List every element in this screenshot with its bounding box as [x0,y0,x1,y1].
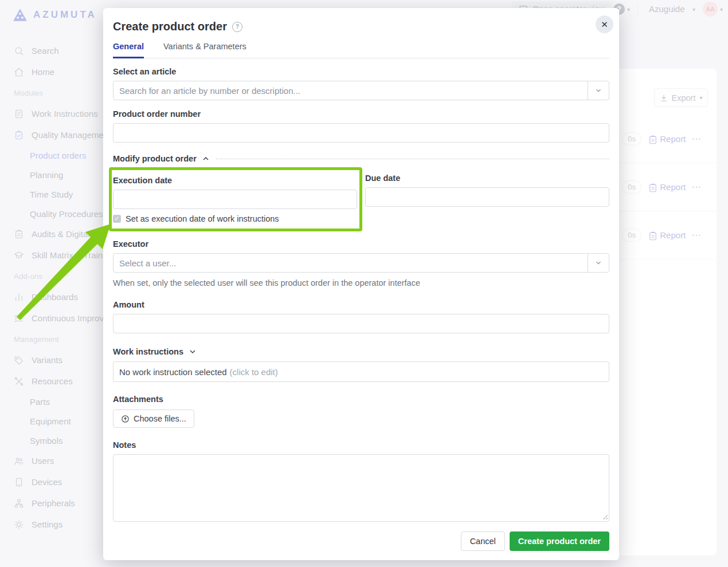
work-instructions-box[interactable]: No work instruction selected (click to e… [113,361,609,382]
attachments-label: Attachments [113,395,609,404]
article-placeholder: Search for an article by number or descr… [113,86,588,96]
execution-checkbox-label: Set as execution date of work instructio… [126,214,279,223]
notes-textarea[interactable] [113,454,609,522]
amount-label: Amount [113,300,609,309]
execution-checkbox-row: ✓ Set as execution date of work instruct… [113,214,357,223]
due-date-label: Due date [365,174,609,183]
execution-date-input[interactable] [113,190,357,209]
choose-files-label: Choose files... [134,414,186,423]
article-label: Select an article [113,67,609,76]
date-row: Execution date ✓ Set as execution date o… [113,167,609,231]
work-instructions-selected-text: No work instruction selected [119,367,227,377]
work-instructions-label: Work instructions [113,347,183,356]
modify-section-header[interactable]: Modify product order [113,154,609,163]
modal-header: Create product order ? [103,8,619,33]
upload-icon [121,415,130,423]
modal-body: Select an article Search for an article … [103,58,619,531]
work-instructions-header[interactable]: Work instructions [113,347,609,356]
create-product-order-button[interactable]: Create product order [510,531,609,551]
cancel-button[interactable]: Cancel [461,531,505,551]
due-date-column: Due date [365,167,609,207]
section-dotted-divider [216,159,609,159]
chevron-down-icon[interactable] [588,254,609,272]
tab-variants-parameters[interactable]: Variants & Parameters [163,42,246,58]
modal-tabs: General Variants & Parameters [113,42,609,58]
notes-label: Notes [113,440,609,450]
close-icon[interactable]: ✕ [596,15,613,33]
choose-files-button[interactable]: Choose files... [113,410,194,428]
executor-label: Executor [113,239,609,249]
executor-helper-text: When set, only the selected user will se… [113,278,609,288]
order-number-label: Product order number [113,109,609,119]
work-instructions-hint: (click to edit) [230,367,278,377]
title-help-icon[interactable]: ? [232,22,242,32]
chevron-up-icon [201,154,210,163]
chevron-down-icon[interactable] [588,81,609,100]
order-number-input[interactable] [113,123,609,143]
execution-checkbox[interactable]: ✓ [113,215,121,223]
article-select[interactable]: Search for an article by number or descr… [113,81,609,100]
modal-footer: Cancel Create product order [103,531,619,560]
tab-general[interactable]: General [113,42,144,58]
execution-date-label: Execution date [113,176,357,185]
highlight-box: Execution date ✓ Set as execution date o… [109,167,362,231]
chevron-down-icon [188,347,197,356]
modal-title: Create product order [113,20,227,33]
modify-section-label: Modify product order [113,154,197,163]
due-date-input[interactable] [365,187,609,207]
create-product-order-modal: Create product order ? ✕ General Variant… [103,8,619,560]
amount-input[interactable] [113,314,609,333]
executor-placeholder: Select a user... [113,258,588,268]
executor-select[interactable]: Select a user... [113,253,609,273]
